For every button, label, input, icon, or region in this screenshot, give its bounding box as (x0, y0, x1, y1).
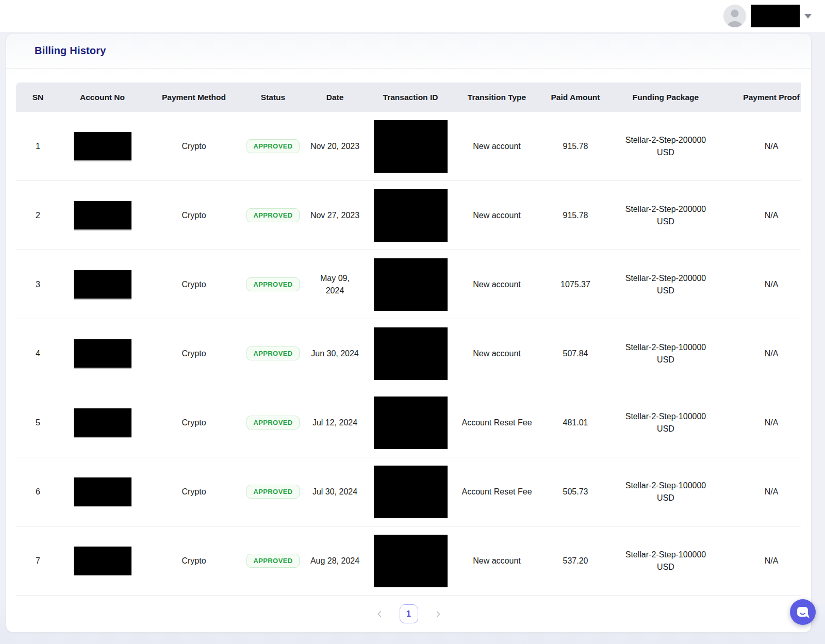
topbar (0, 0, 825, 32)
transaction-id-cell (367, 258, 454, 311)
account-no-cell (60, 547, 145, 575)
account-no-cell (60, 477, 145, 506)
status-badge: APPROVED (246, 139, 299, 153)
payment-method-cell: Crypto (145, 556, 243, 566)
billing-history-page: { "page_title": "Billing History", "topb… (0, 0, 825, 644)
page-title: Billing History (35, 45, 106, 57)
table-row: 4 Crypto APPROVED Jun 30, 2024 New accou… (16, 319, 801, 388)
payment-proof-cell: N/A (720, 280, 801, 289)
sn-cell: 7 (16, 556, 60, 566)
date-cell: Aug 28, 2024 (303, 555, 367, 567)
transition-type-cell: Account Reset Fee (454, 418, 539, 427)
username-redacted (751, 5, 800, 27)
transaction-id-cell (367, 120, 454, 173)
status-cell: APPROVED (243, 208, 303, 222)
page-number-button[interactable]: 1 (400, 604, 418, 623)
sn-cell: 5 (16, 418, 60, 427)
chevron-left-icon (375, 609, 384, 619)
funding-package-cell: Stellar-2-Step-100000 USD (612, 410, 720, 435)
funding-package-cell: Stellar-2-Step-200000 USD (612, 272, 720, 297)
payment-proof-cell: N/A (720, 349, 801, 358)
status-cell: APPROVED (243, 416, 303, 430)
paid-amount-cell: 915.78 (539, 211, 612, 220)
user-menu[interactable] (723, 5, 812, 27)
col-header-payment-method: Payment Method (145, 93, 243, 102)
next-page-button[interactable] (432, 607, 444, 621)
sn-cell: 1 (16, 142, 60, 151)
account-no-redacted (74, 201, 131, 229)
sn-cell: 3 (16, 280, 60, 289)
paid-amount-cell: 537.20 (539, 556, 612, 566)
paid-amount-cell: 481.01 (539, 418, 612, 427)
table-row: 3 Crypto APPROVED May 09, 2024 New accou… (16, 250, 801, 319)
table-row: 5 Crypto APPROVED Jul 12, 2024 Account R… (16, 388, 801, 457)
transaction-id-redacted (374, 397, 448, 449)
col-header-funding-package: Funding Package (612, 93, 720, 102)
account-no-redacted (74, 132, 131, 160)
paid-amount-cell: 1075.37 (539, 280, 612, 289)
sn-cell: 2 (16, 211, 60, 220)
status-badge: APPROVED (246, 554, 299, 568)
transition-type-cell: Account Reset Fee (454, 487, 539, 497)
col-header-sn: SN (16, 93, 60, 102)
table-row: 7 Crypto APPROVED Aug 28, 2024 New accou… (16, 526, 801, 596)
account-no-cell (60, 201, 145, 229)
transition-type-cell: New account (454, 556, 539, 566)
account-no-cell (60, 408, 145, 437)
status-cell: APPROVED (243, 554, 303, 568)
col-header-status: Status (243, 93, 303, 102)
funding-package-cell: Stellar-2-Step-100000 USD (612, 549, 720, 573)
transaction-id-redacted (374, 535, 448, 587)
payment-proof-cell: N/A (720, 142, 801, 151)
col-header-paid-amount: Paid Amount (539, 93, 612, 102)
transaction-id-redacted (374, 258, 448, 311)
date-cell: Nov 20, 2023 (303, 140, 367, 153)
chat-bubble-icon (795, 604, 811, 620)
transaction-id-redacted (374, 327, 448, 380)
payment-proof-cell: N/A (720, 211, 801, 220)
col-header-payment-proof: Payment Proof (720, 93, 801, 102)
account-no-redacted (74, 270, 131, 299)
status-badge: APPROVED (246, 416, 299, 430)
account-no-cell (60, 132, 145, 160)
transaction-id-redacted (374, 120, 448, 173)
payment-method-cell: Crypto (145, 418, 243, 427)
billing-table: SN Account No Payment Method Status Date… (16, 82, 801, 596)
transaction-id-cell (367, 466, 454, 518)
account-no-cell (60, 339, 145, 368)
account-no-cell (60, 270, 145, 299)
col-header-transition-type: Transition Type (454, 93, 539, 102)
caret-down-icon (804, 14, 812, 19)
funding-package-cell: Stellar-2-Step-100000 USD (612, 341, 720, 366)
sn-cell: 6 (16, 487, 60, 497)
funding-package-cell: Stellar-2-Step-100000 USD (612, 480, 720, 504)
pagination: 1 (6, 596, 811, 632)
date-cell: Jul 30, 2024 (303, 486, 367, 498)
funding-package-cell: Stellar-2-Step-200000 USD (612, 203, 720, 228)
billing-card: Billing History SN Account No Payment Me… (6, 33, 812, 633)
account-no-redacted (74, 408, 131, 437)
status-badge: APPROVED (246, 277, 299, 291)
status-badge: APPROVED (246, 485, 299, 499)
table-row: 2 Crypto APPROVED Nov 27, 2023 New accou… (16, 181, 801, 250)
transaction-id-cell (367, 397, 454, 449)
transition-type-cell: New account (454, 349, 539, 358)
date-cell: Jun 30, 2024 (303, 348, 367, 360)
col-header-transaction-id: Transaction ID (367, 93, 454, 102)
transaction-id-cell (367, 327, 454, 380)
funding-package-cell: Stellar-2-Step-200000 USD (612, 134, 720, 159)
payment-method-cell: Crypto (145, 211, 243, 220)
transaction-id-cell (367, 535, 454, 587)
transaction-id-redacted (374, 189, 448, 242)
table-body: 1 Crypto APPROVED Nov 20, 2023 New accou… (16, 112, 801, 596)
chat-launcher-button[interactable] (790, 599, 816, 625)
prev-page-button[interactable] (373, 607, 386, 621)
status-cell: APPROVED (243, 485, 303, 499)
transaction-id-redacted (374, 466, 448, 518)
transition-type-cell: New account (454, 142, 539, 151)
person-icon (723, 5, 746, 27)
col-header-account-no: Account No (60, 93, 145, 102)
transition-type-cell: New account (454, 280, 539, 289)
status-cell: APPROVED (243, 346, 303, 360)
account-no-redacted (74, 339, 131, 368)
